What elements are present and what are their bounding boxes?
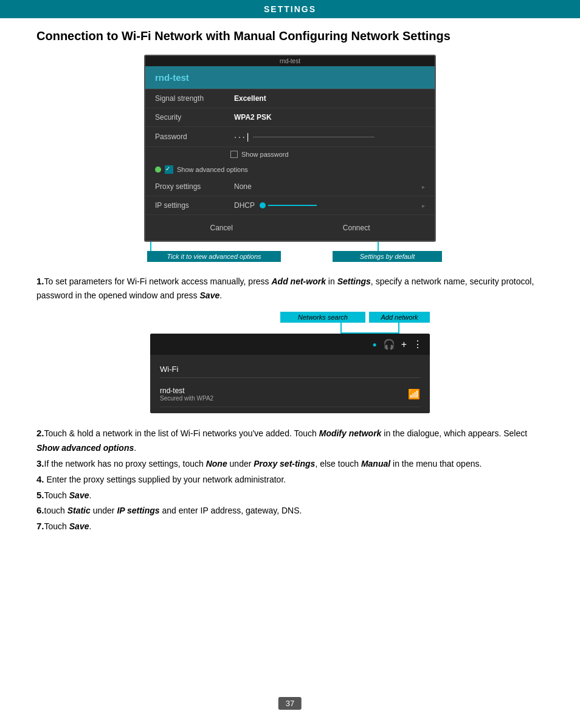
advanced-label: Show advanced options (177, 166, 248, 173)
dialog-buttons: Cancel Connect (145, 215, 435, 241)
password-row: Password ···| (145, 127, 435, 147)
connect-button[interactable]: Connect (331, 221, 382, 235)
proxy-label: Proxy settings (155, 182, 234, 191)
headphones-icon: 🎧 (383, 338, 395, 350)
screenshot-2-content: Wi-Fi rnd-test Secured with WPA2 📶 (150, 355, 430, 413)
ip-dropdown-arrow[interactable]: ▸ (422, 202, 425, 209)
security-row: Security WPA2 PSK (145, 108, 435, 127)
teal-dot-indicator (260, 202, 266, 208)
step-6-bold2: IP settings (117, 506, 159, 515)
step-6-number: 6. (36, 505, 44, 515)
connector-area (150, 323, 430, 334)
wifi-dot-indicator: ● (372, 340, 376, 349)
annotation-row-1: Tick it to view advanced options Setting… (144, 242, 436, 262)
screenshot-2: ● 🎧 + ⋮ Wi-Fi rnd-test Secured with WPA2… (150, 334, 430, 413)
top-bar: rnd-test (145, 56, 435, 66)
network-info: rnd-test Secured with WPA2 (160, 386, 408, 402)
signal-value: Excellent (234, 94, 266, 103)
more-options-icon[interactable]: ⋮ (413, 338, 423, 350)
annotation-row-2: Networks search Add network (150, 312, 430, 323)
security-label: Security (155, 113, 234, 122)
step-6: 6.touch Static under IP settings and ent… (36, 503, 544, 518)
page-header: SETTINGS (0, 0, 580, 18)
page-number: 37 (278, 697, 302, 710)
step-7-number: 7. (36, 521, 44, 531)
screenshot-2-container: Networks search Add network ● 🎧 + ⋮ Wi-F… (36, 312, 544, 413)
network-security: Secured with WPA2 (160, 395, 408, 402)
screenshot-1: rnd-test rnd-test Signal strength Excell… (144, 55, 436, 242)
network-list-item[interactable]: rnd-test Secured with WPA2 📶 (160, 382, 420, 407)
password-dots: ···| (234, 132, 250, 142)
show-password-label: Show password (241, 151, 289, 158)
wifi-section-header: Wi-Fi (160, 361, 420, 378)
annotation-right: Settings by default (333, 251, 442, 262)
step-3-bold3: Manual (361, 459, 390, 469)
step-6-bold1: Static (67, 506, 91, 515)
step-1-bold2: Settings (337, 276, 371, 286)
step-2-bold2: Show advanced options (36, 443, 134, 453)
teal-slider-line (268, 205, 317, 206)
step-list: 2.Touch & hold a network in the list of … (36, 425, 544, 534)
cancel-button[interactable]: Cancel (198, 221, 244, 235)
ip-row: IP settings DHCP ▸ (145, 196, 435, 215)
password-label: Password (155, 132, 234, 141)
screenshot-1-container: rnd-test rnd-test Signal strength Excell… (36, 55, 544, 242)
proxy-value: None (234, 182, 422, 191)
advanced-row: Show advanced options (145, 162, 435, 177)
step-7-bold: Save (69, 521, 89, 531)
green-dot-indicator (155, 167, 161, 173)
dialog-title: rnd-test (145, 66, 435, 89)
page-title: Connection to Wi-Fi Network with Manual … (36, 28, 544, 44)
step-4: 4. Enter the proxy settings supplied by … (36, 472, 544, 487)
wifi-dialog: rnd-test Signal strength Excellent Secur… (145, 66, 435, 241)
screenshot-2-toolbar: ● 🎧 + ⋮ (150, 334, 430, 355)
header-title: SETTINGS (264, 4, 316, 14)
step-1-bold3: Save (200, 290, 220, 300)
step-1-number: 1. (36, 276, 44, 286)
step-1-text: 1.To set parameters for Wi-Fi network ac… (36, 274, 544, 302)
signal-strength-icon: 📶 (408, 388, 420, 400)
step-3: 3.If the network has no proxy settings, … (36, 456, 544, 472)
step-3-bold2: Proxy set-tings (254, 459, 315, 469)
step-3-bold1: None (206, 459, 227, 469)
security-value: WPA2 PSK (234, 113, 272, 122)
steps-section: 1.To set parameters for Wi-Fi network ac… (36, 274, 544, 302)
show-password-checkbox[interactable] (230, 151, 238, 158)
signal-label: Signal strength (155, 94, 234, 103)
step-5-bold: Save (69, 490, 89, 500)
annotation-left: Tick it to view advanced options (147, 251, 281, 262)
step-1-bold1: Add net-work (271, 276, 325, 286)
ip-value: DHCP (234, 201, 255, 210)
step-7: 7.Touch Save. (36, 518, 544, 534)
step-2: 2.Touch & hold a network in the list of … (36, 425, 544, 456)
annotation-addnet: Add network (369, 312, 430, 323)
proxy-dropdown-arrow[interactable]: ▸ (422, 184, 425, 190)
step-2-bold1: Modify network (319, 428, 382, 438)
step-4-number: 4. (36, 474, 44, 484)
network-name: rnd-test (160, 386, 408, 395)
advanced-checkbox[interactable] (165, 165, 173, 174)
add-network-icon[interactable]: + (401, 339, 407, 350)
step-2-number: 2. (36, 428, 44, 438)
signal-row: Signal strength Excellent (145, 89, 435, 108)
annotation-networks: Networks search (280, 312, 365, 323)
proxy-row: Proxy settings None ▸ (145, 177, 435, 196)
ip-label: IP settings (155, 201, 234, 210)
step-3-number: 3. (36, 458, 44, 469)
step-5: 5.Touch Save. (36, 487, 544, 503)
step-5-number: 5. (36, 490, 44, 500)
show-password-row: Show password (145, 147, 435, 162)
